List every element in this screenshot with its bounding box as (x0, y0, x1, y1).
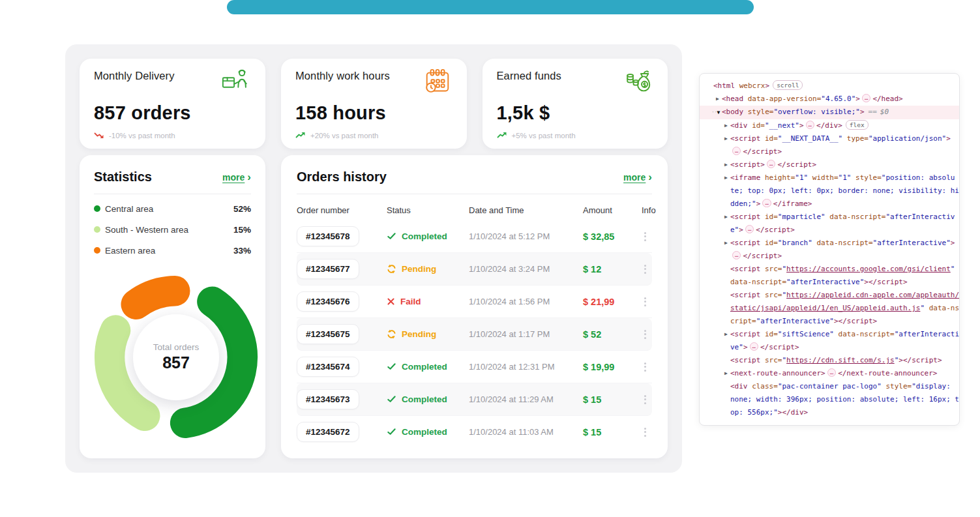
devtools-code-line[interactable]: ▶<script id="siftScience" data-nscript="… (700, 328, 959, 354)
row-options-dots-icon[interactable] (642, 360, 649, 374)
order-row[interactable]: #12345674Completed1/10/2024 at 12:31 PM$… (297, 351, 652, 383)
devtools-elements-panel: <html webcrx>scroll▶<head data-app-versi… (699, 73, 960, 426)
flex-badge[interactable]: flex (846, 120, 869, 130)
order-datetime: 1/10/2024 at 11:29 AM (469, 394, 583, 404)
legend-value: 15% (233, 225, 251, 235)
expand-arrow-icon[interactable]: ▶ (722, 158, 730, 171)
devtools-code-line[interactable]: ▶<script id="__NEXT_DATA__" type="applic… (700, 132, 959, 158)
order-datetime: 1/10/2024 at 5:12 PM (469, 231, 583, 241)
expand-arrow-icon[interactable]: ▶ (722, 211, 730, 224)
expand-arrow-icon[interactable]: ▶ (722, 237, 730, 250)
status-label: Pending (402, 264, 436, 274)
row-options-dots-icon[interactable] (642, 229, 649, 244)
collapsed-content-ellipsis[interactable]: … (762, 199, 771, 207)
code-token: "__NEXT_DATA__" (778, 134, 842, 143)
collapsed-content-ellipsis[interactable]: … (745, 225, 754, 233)
code-token: ></div> (778, 408, 808, 417)
status-label: Completed (402, 394, 447, 404)
row-options-dots-icon[interactable] (642, 262, 649, 276)
devtools-code-line[interactable]: ··▼<body style="overflow: visible;">==$0 (700, 106, 959, 119)
legend-item: Central area52% (94, 198, 251, 219)
code-token: > (860, 108, 865, 116)
collapsed-content-ellipsis[interactable]: … (806, 121, 814, 129)
expand-arrow-icon[interactable]: ▶ (722, 132, 730, 145)
order-row[interactable]: #12345675Pending1/10/2024 at 1:17 PM$ 52 (297, 318, 652, 351)
status-completed-icon (387, 362, 396, 372)
row-options-dots-icon[interactable] (642, 425, 649, 439)
order-row[interactable]: #12345678Completed1/10/2024 at 5:12 PM$ … (297, 220, 652, 253)
stat-card-title: Earned funds (497, 70, 561, 82)
code-token: "siftScience" (778, 330, 834, 338)
code-token: "afterInteractive" (873, 239, 951, 247)
devtools-code-line[interactable]: ▶<next-route-announcer>…</next-route-ann… (700, 367, 959, 380)
status-label: Completed (402, 427, 447, 437)
collapsed-content-ellipsis[interactable]: … (750, 342, 758, 351)
top-accent-bar (227, 0, 754, 14)
order-number-chip: #12345678 (297, 226, 359, 246)
orders-more-link[interactable]: more › (623, 171, 652, 183)
devtools-code-text: <script src="https://accounts.google.com… (730, 263, 959, 289)
status-pending-icon (387, 264, 396, 274)
code-token: <iframe (730, 173, 765, 182)
order-status: Pending (387, 329, 469, 339)
code-token: </head> (872, 95, 902, 103)
collapse-arrow-icon[interactable]: ··▼ (709, 106, 722, 119)
collapsed-content-ellipsis[interactable]: … (827, 368, 836, 377)
scroll-badge[interactable]: scroll (773, 80, 803, 90)
collapsed-content-ellipsis[interactable]: … (732, 147, 741, 155)
order-datetime: 1/10/2024 at 12:31 PM (469, 362, 583, 372)
stat-card-earned-funds: Earned funds (483, 59, 668, 149)
devtools-code-line[interactable]: ▶<script id="mparticle" data-nscript="af… (700, 211, 959, 237)
status-completed-icon (387, 394, 396, 404)
code-token: data-nscript= (839, 330, 895, 338)
orders-donut-chart: Total orders 857 (94, 275, 258, 439)
expand-arrow-icon[interactable]: ▶ (713, 93, 722, 106)
order-row[interactable]: #12345677Pending1/10/2024 at 3:24 PM$ 12 (297, 253, 652, 286)
column-header-info: Info (642, 205, 659, 215)
order-status: Completed (387, 231, 469, 241)
order-number-chip: #12345677 (297, 259, 359, 279)
order-row[interactable]: #12345672Completed1/10/2024 at 11:03 AM$… (297, 416, 652, 448)
expand-arrow-icon[interactable]: ▶ (722, 119, 730, 132)
order-row[interactable]: #12345673Completed1/10/2024 at 11:29 AM$… (297, 383, 652, 416)
devtools-code-line[interactable]: <html webcrx>scroll (700, 80, 959, 93)
devtools-code-line[interactable]: ▶<head data-app-version="4.65.0">…</head… (700, 93, 959, 106)
code-token: <script (730, 213, 765, 221)
collapsed-content-ellipsis[interactable]: … (767, 160, 775, 168)
devtools-code-line[interactable]: ▶<script>…</script> (700, 158, 959, 171)
code-token: </script> (743, 252, 782, 260)
devtools-code-line[interactable]: <script src="https://cdn.sift.com/s.js">… (700, 354, 959, 367)
stat-card-delta-text: -10% vs past month (109, 132, 175, 140)
collapsed-content-ellipsis[interactable]: … (732, 251, 741, 259)
devtools-code-line[interactable]: <script src="https://accounts.google.com… (700, 263, 959, 289)
collapsed-content-ellipsis[interactable]: … (862, 94, 870, 102)
row-options-dots-icon[interactable] (642, 327, 649, 342)
status-pending-icon (387, 329, 396, 339)
expand-arrow-icon[interactable]: ▶ (722, 328, 730, 341)
row-options-dots-icon[interactable] (642, 295, 649, 309)
devtools-code-line[interactable]: <div class="pac-container pac-logo" styl… (700, 380, 959, 419)
code-token: <script (730, 330, 765, 338)
expand-arrow-icon[interactable]: ▶ (722, 367, 730, 380)
devtools-code-line[interactable]: ▶<script id="branch" data-nscript="after… (700, 237, 959, 263)
code-token: type= (847, 134, 869, 143)
order-row[interactable]: #12345676Faild1/10/2024 at 1:56 PM$ 21,9… (297, 286, 652, 318)
donut-center-value: 857 (162, 353, 190, 372)
code-token: </script> (760, 343, 799, 351)
code-token (834, 330, 839, 338)
statistics-more-link[interactable]: more › (222, 171, 251, 183)
expand-arrow-icon[interactable]: ▶ (722, 171, 730, 185)
devtools-code-line[interactable]: ▶<iframe height="1" width="1" style="pos… (700, 171, 959, 211)
code-token: "1" (839, 173, 852, 182)
resource-link[interactable]: https://accounts.google.com/gsi/client (786, 265, 951, 273)
orders-table-body: #12345678Completed1/10/2024 at 5:12 PM$ … (297, 220, 652, 448)
resource-link[interactable]: https://cdn.sift.com/s.js (786, 356, 895, 364)
status-label: Pending (402, 329, 436, 339)
code-token: "pac-container pac-logo" (778, 382, 882, 391)
code-token: <script (730, 134, 765, 143)
row-options-dots-icon[interactable] (642, 392, 649, 407)
order-number-chip: #12345672 (297, 422, 359, 442)
devtools-code-line[interactable]: <script src="https://appleid.cdn-apple.c… (700, 289, 959, 328)
code-token: </next-route-announcer> (838, 369, 937, 377)
devtools-code-line[interactable]: ▶<div id="__next">…</div>flex (700, 119, 959, 132)
